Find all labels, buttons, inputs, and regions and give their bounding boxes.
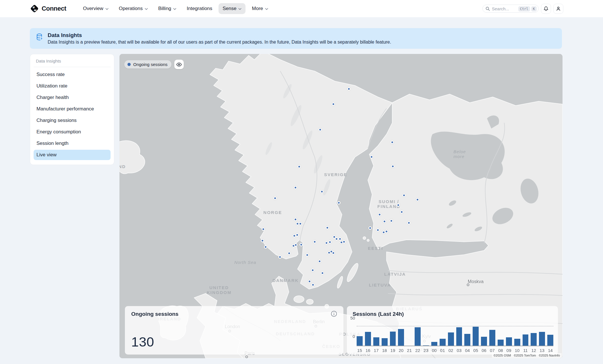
ongoing-session-dot[interactable] — [385, 230, 388, 233]
legend-chip-label: Ongoing sessions — [133, 62, 167, 67]
x-tick-15: 15 — [357, 348, 363, 353]
ongoing-session-dot[interactable] — [294, 186, 297, 189]
nav-item-more[interactable]: More — [248, 3, 272, 14]
ongoing-session-dot[interactable] — [299, 243, 303, 246]
bar-04[interactable] — [464, 334, 470, 346]
sidebar-item-success-rate[interactable]: Success rate — [34, 69, 111, 80]
account-button[interactable] — [553, 4, 563, 14]
ongoing-session-dot[interactable] — [338, 237, 342, 241]
ongoing-session-dot[interactable] — [318, 128, 322, 131]
nav-item-integrations[interactable]: Integrations — [183, 3, 216, 14]
nav-item-billing[interactable]: Billing — [154, 3, 180, 14]
bar-10[interactable] — [514, 339, 520, 346]
ongoing-session-dot[interactable] — [297, 165, 301, 168]
brand[interactable]: e м Connect — [30, 4, 66, 13]
bar-14[interactable] — [547, 335, 553, 346]
x-tick-22: 22 — [415, 348, 421, 353]
ongoing-session-dot[interactable] — [294, 218, 297, 221]
ongoing-session-dot[interactable] — [378, 213, 381, 216]
ongoing-session-dot[interactable] — [337, 201, 341, 205]
bar-06[interactable] — [481, 337, 487, 346]
bar-12[interactable] — [531, 333, 537, 346]
ongoing-session-dot[interactable] — [264, 245, 267, 249]
ongoing-session-dot[interactable] — [287, 252, 291, 255]
sidebar-item-utilization-rate[interactable]: Utilization rate — [34, 81, 111, 91]
ongoing-session-dot[interactable] — [347, 87, 351, 91]
bar-02[interactable] — [448, 332, 454, 346]
sidebar-item-session-length[interactable]: Session length — [34, 138, 111, 149]
bar-16[interactable] — [365, 332, 371, 346]
bar-09[interactable] — [506, 337, 512, 346]
ongoing-session-dot[interactable] — [370, 155, 373, 159]
bar-03[interactable] — [456, 327, 462, 346]
sidebar-item-live-view[interactable]: Live view — [34, 150, 111, 160]
bar-15[interactable] — [357, 336, 363, 346]
connect-logo-icon: e м — [30, 4, 39, 13]
ongoing-session-dot[interactable] — [376, 228, 380, 232]
sidebar-item-manufacturer-performance[interactable]: Manufacturer performance — [34, 104, 111, 114]
ongoing-session-dot[interactable] — [321, 271, 324, 275]
ongoing-session-dot[interactable] — [328, 240, 332, 244]
ongoing-session-dot[interactable] — [416, 198, 419, 201]
nav-item-overview[interactable]: Overview — [79, 3, 113, 14]
bar-13[interactable] — [539, 332, 545, 346]
ongoing-session-dot[interactable] — [313, 240, 316, 244]
ongoing-session-dot[interactable] — [308, 280, 311, 283]
ongoing-session-dot[interactable] — [262, 227, 265, 231]
search-input[interactable] — [492, 6, 517, 11]
ongoing-session-dot[interactable] — [320, 190, 324, 193]
ongoing-session-dot[interactable] — [391, 141, 394, 144]
bar-08[interactable] — [498, 340, 504, 346]
nav-item-sense[interactable]: Sense — [219, 3, 246, 14]
ongoing-session-dot[interactable] — [311, 268, 314, 272]
x-tick-14: 14 — [547, 348, 553, 353]
ongoing-session-dot[interactable] — [332, 102, 335, 106]
ongoing-session-dot[interactable] — [397, 203, 400, 207]
ongoing-sessions-chip[interactable]: Ongoing sessions — [124, 60, 171, 69]
sidebar-item-energy-consumption[interactable]: Energy consumption — [34, 127, 111, 137]
ongoing-session-dot[interactable] — [332, 251, 335, 255]
bar-17[interactable] — [373, 337, 379, 346]
bar-05[interactable] — [473, 327, 479, 346]
sidebar-item-charger-health[interactable]: Charger health — [34, 92, 111, 103]
bar-11[interactable] — [523, 334, 529, 346]
ongoing-session-dot[interactable] — [278, 255, 282, 259]
ongoing-session-dot[interactable] — [299, 222, 302, 225]
x-tick-21: 21 — [406, 348, 412, 353]
ongoing-session-dot[interactable] — [294, 243, 297, 247]
ongoing-session-dot[interactable] — [368, 226, 372, 230]
ongoing-session-dot[interactable] — [342, 240, 346, 244]
bar-19[interactable] — [390, 332, 396, 346]
ongoing-session-dot[interactable] — [383, 220, 386, 223]
bar-01[interactable] — [440, 339, 446, 346]
ongoing-session-dot[interactable] — [318, 260, 321, 263]
ongoing-session-dot[interactable] — [306, 253, 309, 257]
ongoing-session-dot[interactable] — [391, 165, 395, 168]
bar-00[interactable] — [431, 342, 437, 346]
bar-07[interactable] — [489, 330, 495, 346]
ongoing-session-dot[interactable] — [295, 233, 299, 237]
ongoing-session-dot[interactable] — [402, 194, 406, 197]
info-icon[interactable] — [331, 311, 337, 318]
ongoing-session-dot[interactable] — [325, 241, 328, 245]
ongoing-session-dot[interactable] — [400, 210, 403, 214]
nav-item-operations[interactable]: Operations — [115, 3, 152, 14]
x-tick-17: 17 — [373, 348, 379, 353]
ongoing-session-dot[interactable] — [261, 239, 264, 242]
x-tick-18: 18 — [382, 348, 388, 353]
bar-18[interactable] — [382, 338, 388, 346]
ongoing-session-dot[interactable] — [273, 196, 277, 200]
ongoing-session-dot[interactable] — [407, 221, 411, 225]
ongoing-session-dot[interactable] — [335, 237, 338, 241]
bar-22[interactable] — [415, 327, 421, 346]
live-view-map[interactable]: SVERIGENORGESUOMI / FINLANDEESTILATVIJAL… — [119, 54, 563, 358]
notifications-button[interactable] — [541, 4, 551, 14]
ongoing-session-dot[interactable] — [390, 219, 393, 223]
search-box[interactable]: CtrlK — [482, 5, 539, 13]
ongoing-session-dot[interactable] — [311, 283, 315, 287]
ongoing-session-dot[interactable] — [326, 226, 329, 229]
sidebar-item-charging-sessions[interactable]: Charging sessions — [34, 115, 111, 126]
bar-20[interactable] — [398, 329, 404, 346]
toggle-visibility-button[interactable] — [174, 60, 184, 69]
x-tick-19: 19 — [390, 348, 396, 353]
